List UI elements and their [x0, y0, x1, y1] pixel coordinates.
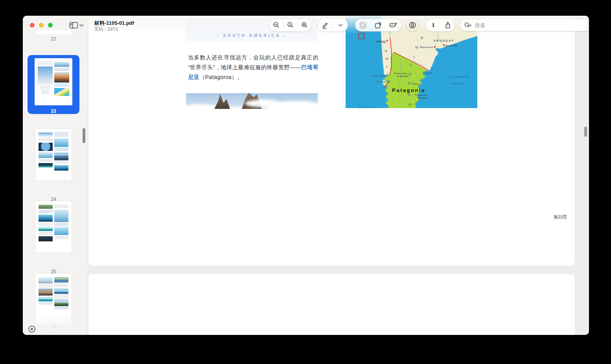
svg-text:L: L: [387, 72, 389, 76]
rotate-button[interactable]: [370, 19, 386, 31]
map-label-viedma: Viedma: [425, 72, 433, 74]
page-23-preview: [35, 58, 72, 105]
document-area: ” - SOUTH AMERICA - 当多数人还在寻找远方，会玩的人已经踏足真…: [87, 16, 589, 335]
desktop: 22: [0, 0, 611, 364]
sidebar-scrollbar-thumb[interactable]: [83, 128, 85, 143]
map-label-pacific: PACIFIC: [359, 106, 375, 108]
search-input[interactable]: [474, 22, 589, 29]
share-button[interactable]: [440, 19, 455, 31]
paragraph: 当多数人还在寻找远方，会玩的人已经踏足真正的“世界尽头”，地球上最难征服的终极荒…: [188, 53, 318, 82]
paragraph-text: 当多数人还在寻找远方，会玩的人已经踏足真正的“世界尽头”，地球上最难征服的终极荒…: [188, 54, 318, 70]
search-field[interactable]: [460, 19, 589, 31]
map-label-atlantic: ATLANTIC: [448, 75, 469, 79]
map-label-bariloche-2: de Bariloche: [397, 75, 409, 77]
svg-text:I: I: [386, 65, 387, 68]
map-label-patagonia: Patagonia: [392, 87, 425, 93]
form-fill-button[interactable]: [386, 19, 401, 31]
svg-text:1: 1: [289, 23, 291, 26]
map-label-uruguay: URUGUAY: [434, 39, 454, 42]
window-controls: [30, 23, 53, 28]
map-label-montevideo: Montevideo: [445, 44, 457, 47]
map-label-bariloche-1: San Carlos: [397, 72, 407, 75]
sidebar-icon: [69, 21, 78, 29]
markup-pencil-button[interactable]: [318, 19, 333, 31]
minimize-button[interactable]: [39, 23, 44, 28]
tools-toolbar-group: [355, 19, 401, 31]
map-label-comodoro-2: Rivadavia: [418, 97, 428, 99]
section-label: - SOUTH AMERICA -: [186, 33, 318, 38]
page-footer: 第23页: [520, 214, 567, 220]
svg-text:i: i: [432, 22, 434, 29]
zoom-toolbar-group: 1: [269, 19, 311, 31]
preview-window: 22: [23, 16, 589, 335]
page-22-thumbnail[interactable]: [35, 30, 72, 35]
zoom-window-button[interactable]: [48, 23, 53, 28]
zoom-out-button[interactable]: [269, 19, 283, 31]
map-label-comodoro-1: Comodoro: [418, 94, 428, 96]
pdf-page-24-card: [88, 274, 575, 335]
map-label-trelew: Trelew: [411, 83, 417, 85]
actual-size-button[interactable]: 1: [283, 19, 297, 31]
info-button[interactable]: i: [426, 19, 440, 31]
map-label-buenos-aires: Buenos Aires: [420, 46, 433, 48]
svg-text:C: C: [385, 49, 387, 53]
svg-text:OCEAN: OCEAN: [451, 82, 466, 85]
close-button[interactable]: [30, 23, 35, 28]
redact-button[interactable]: [355, 19, 370, 31]
paragraph-text-after: （Patagonia）。: [199, 74, 243, 80]
zoom-in-button[interactable]: [298, 19, 311, 31]
page-23-thumbnail-selected[interactable]: 23: [28, 55, 79, 114]
page-indicator: 页码：23/71: [94, 26, 118, 32]
search-icon: [464, 22, 472, 29]
mountain-photo: [186, 93, 318, 109]
page-23-label: 23: [28, 108, 79, 114]
document-title: 材料-1105-01.pdf: [94, 20, 134, 27]
map-label-puerto-montt: Puerto Montt: [373, 75, 386, 77]
svg-text:E: E: [388, 80, 390, 83]
page-26-thumbnail[interactable]: [35, 274, 72, 325]
content-scrollbar-thumb[interactable]: [584, 127, 587, 137]
page-22-label: 22: [35, 36, 72, 42]
page-25-thumbnail[interactable]: [35, 201, 72, 252]
markup-toolbar-group: [318, 19, 348, 31]
page-24-thumbnail[interactable]: [35, 129, 72, 180]
sidebar-toggle-button[interactable]: [68, 20, 85, 30]
annotate-pen-button[interactable]: [406, 19, 419, 31]
chevron-down-icon: [79, 23, 84, 28]
svg-text:H: H: [386, 57, 388, 61]
quote-mark: ”: [248, 16, 267, 33]
map-label-santiago: Santiago: [376, 40, 386, 43]
info-share-toolbar-group: i: [426, 19, 455, 31]
markup-chevron-button[interactable]: [333, 19, 348, 31]
add-page-button[interactable]: [28, 325, 36, 333]
map-label-chiloe: Chiloé Island: [374, 81, 386, 83]
page-26-label: 26: [35, 325, 72, 330]
thumbnail-sidebar: 22: [23, 16, 88, 335]
pdf-page-23-card: [88, 16, 575, 266]
